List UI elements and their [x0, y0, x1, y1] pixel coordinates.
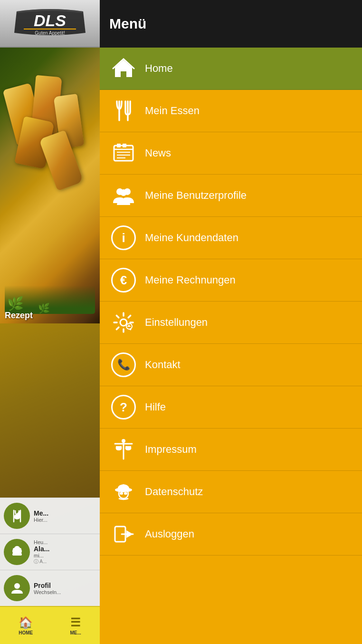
- menu-item-rechnungen[interactable]: € Meine Rechnungen: [100, 259, 362, 302]
- utensils-icon: [109, 97, 138, 125]
- profil-title: Profil: [34, 582, 61, 589]
- newspaper-icon: [109, 139, 138, 167]
- svg-text:Guten Appetit!: Guten Appetit!: [35, 30, 65, 36]
- svg-rect-19: [123, 144, 126, 147]
- users-icon: [109, 181, 138, 210]
- menu-item-news[interactable]: News: [100, 132, 362, 175]
- profil-card[interactable]: Profil Wechseln...: [0, 570, 100, 606]
- menu-list: Home Mein Essen: [100, 48, 362, 644]
- logo-container: DLS Guten Appetit!: [12, 7, 88, 40]
- menu-item-impressum[interactable]: Impressum: [100, 429, 362, 471]
- svg-text:DLS: DLS: [34, 11, 66, 29]
- mein-essen-sub: Hier...: [34, 517, 48, 523]
- datenschutz-label: Datenschutz: [145, 486, 203, 498]
- home-nav-label: HOME: [19, 630, 33, 635]
- mein-essen-card-text: Me... Hier...: [34, 509, 48, 523]
- mein-essen-card[interactable]: Me... Hier...: [0, 498, 100, 534]
- svg-point-9: [19, 548, 21, 551]
- logout-icon: [109, 520, 138, 548]
- me-nav-item[interactable]: ☰ ME...: [70, 616, 81, 635]
- mein-essen-card-icon: [4, 503, 30, 529]
- today-card[interactable]: Heu... Ala... mi... ⓘ A...: [0, 534, 100, 570]
- today-card-icon: [4, 539, 30, 565]
- food-image: 🌿 🌿: [0, 48, 100, 323]
- mein-essen-label: Mein Essen: [145, 105, 200, 117]
- benutzerprofile-label: Meine Benutzerprofile: [145, 189, 247, 202]
- home-nav-icon: 🏠: [19, 616, 33, 629]
- today-day: Heu...: [34, 539, 49, 545]
- me-nav-icon: ☰: [70, 616, 81, 629]
- menu-item-ausloggen[interactable]: Ausloggen: [100, 513, 362, 556]
- svg-rect-7: [12, 553, 22, 556]
- svg-point-10: [14, 583, 20, 589]
- svg-point-23: [120, 319, 127, 326]
- bottom-nav: 🏠 HOME ☰ ME...: [0, 606, 100, 644]
- ausloggen-label: Ausloggen: [145, 528, 194, 540]
- menu-item-datenschutz[interactable]: Datenschutz: [100, 471, 362, 513]
- spy-icon: [109, 478, 138, 506]
- phone-circle: 📞: [111, 352, 136, 377]
- today-meta: ⓘ A...: [34, 558, 49, 565]
- einstellungen-label: Einstellungen: [145, 316, 208, 329]
- question-icon: ?: [109, 393, 138, 421]
- menu-item-kundendaten[interactable]: i Meine Kundendaten: [100, 217, 362, 259]
- logo-area: DLS Guten Appetit!: [0, 0, 100, 48]
- question-circle: ?: [111, 395, 136, 420]
- phone-icon: 📞: [109, 351, 138, 379]
- menu-header: Menü: [100, 0, 362, 48]
- news-label: News: [145, 147, 171, 159]
- euro-icon: €: [109, 266, 138, 294]
- home-label: Home: [145, 62, 173, 75]
- svg-point-27: [122, 439, 125, 443]
- profil-card-text: Profil Wechseln...: [34, 582, 61, 595]
- today-card-text: Heu... Ala... mi... ⓘ A...: [34, 539, 49, 565]
- menu-item-kontakt[interactable]: 📞 Kontakt: [100, 344, 362, 386]
- menu-item-einstellungen[interactable]: Einstellungen: [100, 302, 362, 344]
- impressum-label: Impressum: [145, 443, 197, 456]
- rechnungen-label: Meine Rechnungen: [145, 274, 236, 286]
- svg-rect-32: [120, 492, 123, 495]
- home-nav-item[interactable]: 🏠 HOME: [19, 616, 33, 635]
- svg-point-22: [120, 189, 127, 196]
- menu-item-hilfe[interactable]: ? Hilfe: [100, 386, 362, 429]
- home-icon: [109, 54, 138, 83]
- today-title: Ala...: [34, 545, 49, 553]
- me-nav-label: ME...: [70, 630, 81, 635]
- profil-sub: Wechseln...: [34, 589, 61, 595]
- menu-item-home[interactable]: Home: [100, 48, 362, 90]
- dls-logo: DLS Guten Appetit!: [12, 9, 88, 38]
- profil-card-icon: [4, 575, 30, 601]
- hilfe-label: Hilfe: [145, 401, 166, 413]
- info-icon: i: [109, 224, 138, 252]
- svg-point-8: [13, 548, 16, 551]
- mein-essen-title: Me...: [34, 509, 48, 517]
- settings-icon: [109, 308, 138, 337]
- left-panel: DLS Guten Appetit! 🌿 🌿 Rezept: [0, 0, 100, 644]
- kontakt-label: Kontakt: [145, 359, 181, 371]
- right-panel: Menü Home Mein Essen: [100, 0, 362, 644]
- today-sub: mi...: [34, 553, 49, 558]
- svg-rect-13: [114, 146, 133, 161]
- menu-title: Menü: [109, 16, 146, 32]
- cards-area: Me... Hier... Heu... Ala... mi...: [0, 498, 100, 606]
- balance-icon: [109, 435, 138, 464]
- info-circle: i: [111, 225, 136, 250]
- svg-rect-18: [117, 144, 121, 147]
- svg-rect-33: [124, 492, 127, 495]
- rezept-label: Rezept: [5, 311, 33, 321]
- euro-circle: €: [111, 268, 136, 293]
- menu-item-benutzerprofile[interactable]: Meine Benutzerprofile: [100, 175, 362, 217]
- menu-item-mein-essen[interactable]: Mein Essen: [100, 90, 362, 132]
- kundendaten-label: Meine Kundendaten: [145, 232, 238, 244]
